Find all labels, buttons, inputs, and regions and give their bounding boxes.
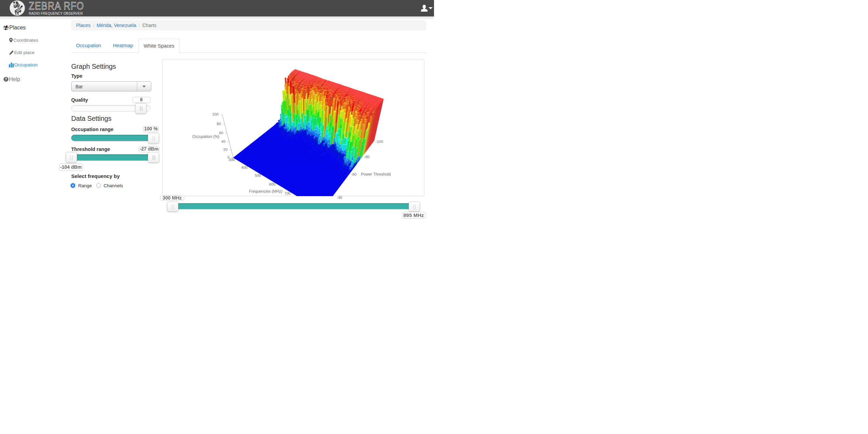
svg-text:?: ? [5,77,7,81]
